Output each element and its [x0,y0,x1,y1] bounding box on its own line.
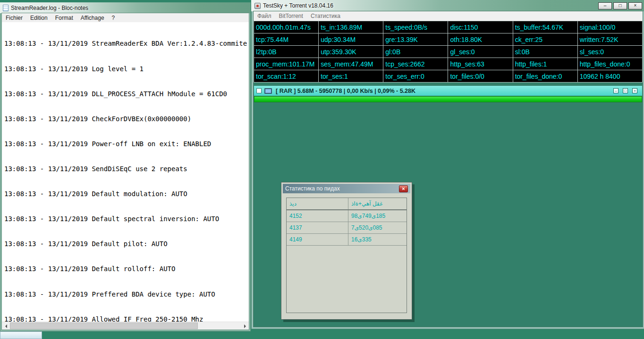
pid-table-header: ذيد ذاة+يهآ لقغ [287,198,407,210]
notepad-text-area[interactable]: 13:08:13 - 13/11/2019 StreamReaderEx BDA… [2,22,249,330]
stats-row: tor_scan:1:12 tor_ses:1 tor_ses_err:0 to… [254,70,643,83]
notepad-title: StreamReader.log - Bloc-notes [11,5,88,11]
scroll-right-button[interactable] [241,322,249,330]
log-line: 13:08:13 - 13/11/2019 Log level = 1 [4,65,249,74]
pid-table-row[interactable]: 4137 7ى520ى085 [287,222,407,234]
testsky-titlebar[interactable]: TestSky + Torrent v18.04.16 – □ × [251,0,644,11]
stat-cell: 10962 h 8400 [577,70,642,83]
notepad-window: StreamReader.log - Bloc-notes Fichier Ed… [0,2,251,331]
stat-cell: ts_in:136.89M [319,21,383,33]
stat-cell: tor_files_done:0 [513,70,577,83]
log-line: 13:08:13 - 13/11/2019 Default rolloff: A… [4,265,249,273]
stat-cell: tcp_ses:2662 [383,58,448,70]
stat-cell: written:7.52K [577,33,642,46]
dialog-close-button[interactable]: × [399,185,408,192]
menu-statistics[interactable]: Статистика [307,12,344,20]
pid-cell: 4152 [287,210,348,222]
stat-cell: sl_ses:0 [577,46,642,58]
menu-help[interactable]: ? [108,14,119,22]
stat-cell: signal:100/0 [577,21,642,33]
stat-cell: gl_ses:0 [448,46,513,58]
testsky-app-icon [254,3,261,9]
pid-cell: 16ى335 [348,234,407,245]
log-line: 13:08:13 - 13/11/2019 Default spectral i… [4,215,249,223]
stats-row: tcp:75.44M udp:30.34M gre:13.39K oth:18.… [254,33,643,46]
desktop: StreamReader.log - Bloc-notes Fichier Ed… [0,0,644,339]
stats-row: l2tp:0B utp:359.30K gl:0B gl_ses:0 sl:0B… [254,46,643,58]
torrent-restore-button[interactable]: □ [623,88,628,93]
torrent-checkbox[interactable] [256,88,262,93]
stat-cell: tor_ses:1 [319,70,383,83]
dialog-body: ذيد ذاة+يهآ لقغ 4152 98ى749ى185 4137 7ى5… [283,193,410,316]
log-line: 13:08:13 - 13/11/2019 SendDiSEqC use 2 r… [4,165,249,174]
menu-file[interactable]: Файл [254,12,275,20]
pid-table-row[interactable]: 4149 16ى335 [287,234,407,246]
window-controls: – □ × [598,2,642,9]
stat-cell: ck_err:25 [513,33,577,46]
close-button[interactable]: × [628,2,642,9]
stat-cell: utp:359.30K [319,46,383,58]
log-line: 13:08:13 - 13/11/2019 Default modulation… [4,190,249,198]
torrent-close-button[interactable]: × [632,88,637,93]
menu-fichier[interactable]: Fichier [2,14,26,22]
stat-cell: ses_mem:47.49M [319,58,383,70]
notepad-menubar: Fichier Edition Format Affichage ? [2,13,249,22]
stat-cell: ts_speed:0B/s [383,21,448,33]
dialog-title: Статистика по пидах [285,185,340,192]
pid-cell: 4137 [287,222,348,233]
minimize-button[interactable]: – [598,2,612,9]
torrent-row[interactable]: [ RAR ] 5.68M - 5950778 | 0,00 Kb/s | 0,… [254,86,642,96]
pid-stats-dialog: Статистика по пидах × ذيد ذاة+يهآ لقغ 41… [281,182,412,320]
log-line: 13:08:13 - 13/11/2019 DLL_PROCESS_ATTACH… [4,90,249,99]
menu-edition[interactable]: Edition [26,14,51,22]
testsky-menubar: Файл BitTorrent Статистика [254,11,643,21]
stat-cell: http_files_done:0 [577,58,642,70]
log-line: 13:08:13 - 13/11/2019 Default pilot: AUT… [4,240,249,248]
taskbar-fragment[interactable] [0,331,42,339]
torrent-mini-controls: – □ × [613,88,637,93]
notepad-icon [3,5,8,11]
menu-format[interactable]: Format [51,14,77,22]
notepad-titlebar[interactable]: StreamReader.log - Bloc-notes [0,2,251,13]
stat-cell: tor_files:0/0 [448,70,513,83]
testsky-title: TestSky + Torrent v18.04.16 [263,2,333,9]
stat-cell: gl:0B [383,46,448,58]
stat-cell: proc_mem:101.17M [254,58,319,70]
stat-cell: http_files:1 [513,58,577,70]
stat-cell: udp:30.34M [319,33,383,46]
notepad-hscrollbar[interactable] [2,322,249,330]
stat-cell: tcp:75.44M [254,33,319,46]
arrow-right-icon [244,324,246,328]
scrollbar-thumb[interactable] [10,322,198,329]
log-text: 13:08:13 - 13/11/2019 StreamReaderEx BDA… [2,22,249,322]
log-line: 13:08:13 - 13/11/2019 Preffered BDA devi… [4,290,249,299]
stat-cell: l2tp:0B [254,46,319,58]
torrent-minimize-button[interactable]: – [613,88,619,93]
pid-cell: 98ى749ى185 [348,210,407,222]
pid-table-row[interactable]: 4152 98ى749ى185 [287,210,407,222]
stats-table: 000d.00h.01m.47s ts_in:136.89M ts_speed:… [254,21,643,83]
stat-cell: 000d.00h.01m.47s [254,21,319,33]
stat-cell: tor_scan:1:12 [254,70,319,83]
scroll-left-button[interactable] [2,322,10,330]
log-line: 13:08:13 - 13/11/2019 Power-off LNB on e… [4,140,249,149]
stats-row: proc_mem:101.17M ses_mem:47.49M tcp_ses:… [254,58,643,70]
monitor-icon [264,88,272,94]
arrow-left-icon [5,324,7,328]
stat-cell: tor_ses_err:0 [383,70,448,83]
menu-affichage[interactable]: Affichage [77,14,108,22]
stat-cell: sl:0B [513,46,577,58]
stat-cell: disc:1150 [448,21,513,33]
log-line: 13:08:13 - 13/11/2019 Allowed IF Freq 25… [4,315,249,322]
stat-cell: ts_buffer:54.67K [513,21,577,33]
menu-bittorrent[interactable]: BitTorrent [275,12,307,20]
pid-col-header: ذاة+يهآ لقغ [348,198,407,209]
stat-cell: oth:18.80K [448,33,513,46]
pid-cell: 7ى520ى085 [348,222,407,233]
stat-cell: gre:13.39K [383,33,448,46]
dialog-titlebar[interactable]: Статистика по пидах × [283,184,410,193]
pid-col-header: ذيد [287,198,348,209]
maximize-button[interactable]: □ [613,2,627,9]
stats-row: 000d.00h.01m.47s ts_in:136.89M ts_speed:… [254,21,643,33]
stat-cell: http_ses:63 [448,58,513,70]
